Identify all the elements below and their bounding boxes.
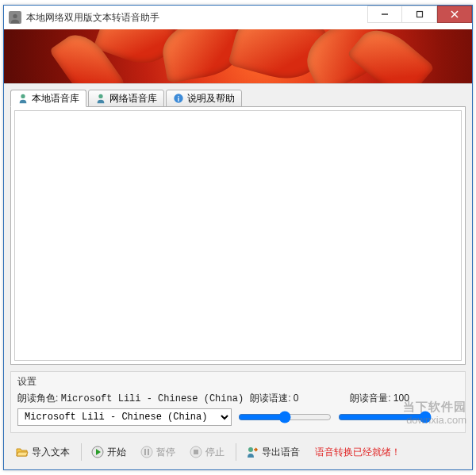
info-icon: i <box>173 93 184 104</box>
svg-rect-13 <box>148 449 149 455</box>
titlebar: 本地网络双用版文本转语音助手 <box>4 6 472 29</box>
speed-label: 朗读语速: 0 <box>250 392 344 405</box>
tab-local-voice[interactable]: 本地语音库 <box>10 90 86 107</box>
separator <box>236 443 236 461</box>
person-icon <box>17 93 29 104</box>
voice-label: 朗读角色: Microsoft Lili - Chinese (China) <box>17 392 244 405</box>
person-icon <box>95 93 106 104</box>
svg-point-11 <box>141 446 152 458</box>
tab-network-voice[interactable]: 网络语音库 <box>88 90 164 107</box>
settings-panel: 设置 朗读角色: Microsoft Lili - Chinese (China… <box>10 371 466 433</box>
svg-rect-2 <box>416 12 422 17</box>
pause-icon <box>140 446 153 458</box>
app-window: 本地网络双用版文本转语音助手 本地语音库 <box>3 5 473 470</box>
button-label: 导入文本 <box>32 446 70 459</box>
folder-open-icon <box>16 446 29 458</box>
tab-bar: 本地语音库 网络语音库 i 说明及帮助 <box>10 87 466 106</box>
stop-button[interactable]: 停止 <box>184 441 232 463</box>
tab-help[interactable]: i 说明及帮助 <box>166 90 242 107</box>
content-area: 本地语音库 网络语音库 i 说明及帮助 设置 朗读角色: <box>4 83 472 469</box>
tab-label: 说明及帮助 <box>187 92 235 105</box>
toolbar: 导入文本 开始 暂停 停止 <box>10 438 466 463</box>
window-controls <box>367 6 472 23</box>
app-icon <box>9 11 21 24</box>
maximize-button[interactable] <box>402 6 437 23</box>
svg-point-6 <box>98 94 102 98</box>
volume-label: 朗读音量: 100 <box>350 392 443 405</box>
speed-slider[interactable] <box>238 410 332 424</box>
tab-label: 网络语音库 <box>109 92 157 105</box>
button-label: 开始 <box>107 446 126 459</box>
start-button[interactable]: 开始 <box>86 441 133 463</box>
person-export-icon <box>246 446 259 458</box>
import-text-button[interactable]: 导入文本 <box>10 441 77 463</box>
window-title: 本地网络双用版文本转语音助手 <box>26 11 367 25</box>
voice-select[interactable]: Microsoft Lili - Chinese (China) <box>17 408 232 426</box>
minimize-button[interactable] <box>367 6 402 23</box>
pause-button[interactable]: 暂停 <box>135 441 182 463</box>
text-input-panel <box>10 106 466 365</box>
play-icon <box>91 446 104 458</box>
button-label: 导出语音 <box>262 446 300 459</box>
settings-title: 设置 <box>17 375 459 389</box>
svg-point-0 <box>13 14 17 18</box>
button-label: 停止 <box>205 446 225 459</box>
svg-point-5 <box>21 94 25 98</box>
separator <box>81 443 82 461</box>
volume-slider[interactable] <box>338 410 432 424</box>
export-audio-button[interactable]: 导出语音 <box>240 441 307 463</box>
svg-text:i: i <box>178 95 179 103</box>
button-label: 暂停 <box>156 446 175 459</box>
svg-point-16 <box>248 447 253 452</box>
svg-rect-15 <box>194 450 198 454</box>
status-text: 语音转换已经就绪！ <box>315 446 401 459</box>
banner-image <box>4 29 472 83</box>
tab-label: 本地语音库 <box>32 92 79 105</box>
svg-rect-12 <box>144 449 146 455</box>
stop-icon <box>190 446 202 458</box>
text-input[interactable] <box>14 110 462 361</box>
close-button[interactable] <box>437 6 472 23</box>
